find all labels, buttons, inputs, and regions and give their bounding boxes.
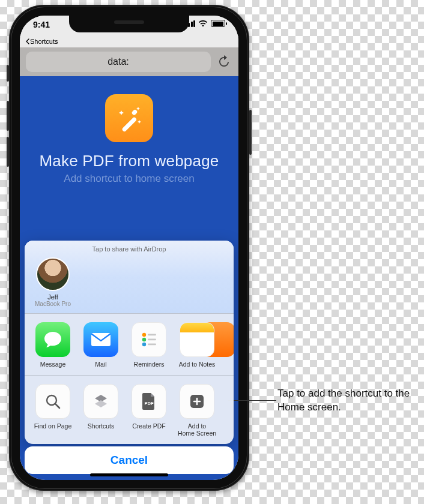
share-apps-row: Message Mail Reminders Add to Not	[25, 313, 234, 375]
svg-text:PDF: PDF	[145, 401, 154, 406]
svg-rect-0	[121, 116, 137, 132]
share-app-mail[interactable]: Mail	[81, 322, 121, 368]
shortcut-app-icon	[105, 94, 153, 142]
url-field[interactable]: data:	[26, 52, 211, 72]
share-actions-row: Find on Page Shortcuts PDF Create PDF Ad…	[25, 375, 234, 444]
home-indicator[interactable]	[90, 473, 168, 476]
svg-rect-8	[148, 343, 156, 345]
contact-device: MacBook Pro	[35, 301, 71, 307]
volume-down-button	[7, 137, 9, 167]
battery-icon	[211, 20, 225, 27]
action-label: Shortcuts	[88, 422, 114, 430]
svg-rect-2	[91, 333, 111, 346]
chevron-left-icon	[26, 38, 29, 44]
search-icon	[44, 392, 62, 410]
svg-point-3	[142, 333, 146, 337]
power-button	[249, 110, 252, 155]
screen: 9:41 Shortcuts data:	[20, 16, 238, 480]
notch	[69, 16, 189, 32]
action-find-on-page[interactable]: Find on Page	[33, 384, 73, 437]
reload-icon	[218, 55, 230, 68]
svg-rect-4	[148, 334, 156, 335]
share-app-label: Message	[40, 361, 66, 368]
airdrop-contact[interactable]: Jeff MacBook Pro	[32, 257, 74, 307]
share-app-notes[interactable]: Add to Notes	[177, 322, 217, 368]
plus-square-icon	[189, 394, 205, 409]
callout-text: Tap to add the shortcut to the Home scre…	[277, 387, 416, 415]
share-app-label: Mail	[95, 361, 106, 368]
svg-rect-1	[131, 109, 138, 116]
svg-point-5	[142, 338, 146, 341]
callout-annotation: Tap to add the shortcut to the Home scre…	[228, 387, 416, 415]
share-app-message[interactable]: Message	[33, 322, 73, 368]
mail-icon	[90, 332, 112, 347]
share-sheet: Tap to share with AirDrop Jeff MacBook P…	[25, 241, 234, 444]
notes-icon	[180, 322, 214, 357]
silent-switch	[7, 65, 9, 82]
url-bar: data:	[20, 47, 238, 76]
action-label: Create PDF	[132, 422, 165, 430]
magic-wand-icon	[115, 104, 143, 132]
svg-point-7	[142, 343, 146, 346]
page-subtitle: Add shortcut to home screen	[64, 173, 194, 185]
action-label: Add to Home Screen	[178, 422, 216, 437]
wifi-icon	[198, 20, 208, 27]
svg-rect-6	[148, 338, 156, 340]
share-app-reminders[interactable]: Reminders	[129, 322, 169, 368]
cancel-button[interactable]: Cancel	[25, 446, 234, 474]
action-add-to-home-screen[interactable]: Add to Home Screen	[177, 384, 217, 437]
phone-frame: 9:41 Shortcuts data:	[9, 5, 249, 491]
page-title: Make PDF from webpage	[40, 152, 219, 170]
action-shortcuts[interactable]: Shortcuts	[81, 384, 121, 437]
volume-up-button	[7, 101, 9, 131]
airdrop-header: Tap to share with AirDrop	[32, 245, 226, 253]
shortcuts-icon	[92, 392, 110, 410]
airdrop-section: Tap to share with AirDrop Jeff MacBook P…	[25, 241, 234, 313]
status-time: 9:41	[33, 20, 50, 29]
reload-button[interactable]	[216, 55, 232, 68]
breadcrumb-back[interactable]: Shortcuts	[20, 35, 238, 47]
svg-line-10	[56, 404, 60, 408]
reminders-icon	[139, 329, 159, 350]
avatar	[36, 257, 70, 291]
action-label: Find on Page	[34, 422, 71, 430]
share-app-label: Add to Notes	[179, 361, 216, 368]
contact-name: Jeff	[47, 293, 58, 301]
share-app-more[interactable]	[225, 322, 234, 368]
share-app-label: Reminders	[134, 361, 165, 368]
pdf-icon: PDF	[141, 392, 157, 411]
breadcrumb-label: Shortcuts	[30, 38, 58, 45]
messages-icon	[43, 330, 63, 349]
action-create-pdf[interactable]: PDF Create PDF	[129, 384, 169, 437]
